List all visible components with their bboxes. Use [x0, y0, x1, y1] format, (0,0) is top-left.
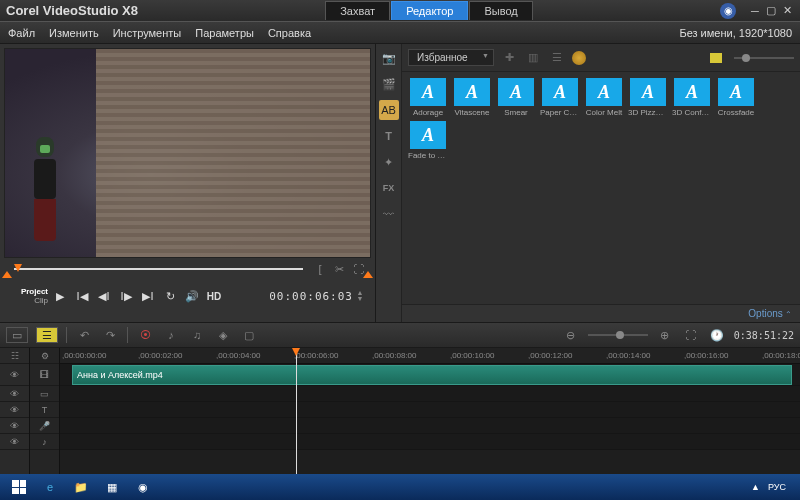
trim-end-handle-icon[interactable]: [363, 271, 373, 278]
music-track[interactable]: [60, 434, 800, 450]
transition-item[interactable]: A3D Pizza Bo...: [628, 78, 668, 117]
tab-output[interactable]: Вывод: [469, 1, 532, 20]
import-icon[interactable]: ▥: [524, 51, 542, 65]
options-toggle[interactable]: Options: [402, 304, 800, 322]
start-button[interactable]: [4, 475, 34, 499]
track-music-toggle[interactable]: 👁: [0, 434, 29, 450]
store-icon[interactable]: [572, 51, 586, 65]
transition-item[interactable]: AColor Melt: [584, 78, 624, 117]
storyboard-view-icon[interactable]: ▭: [6, 327, 28, 343]
ie-icon[interactable]: e: [35, 475, 65, 499]
mark-in-icon[interactable]: [: [313, 262, 327, 276]
menu-tools[interactable]: Инструменты: [113, 27, 182, 39]
hd-toggle[interactable]: HD: [204, 287, 224, 305]
video-track[interactable]: Анна и Алексей.mp4: [60, 364, 800, 386]
fit-project-icon[interactable]: ⛶: [682, 327, 700, 343]
transitions-icon[interactable]: AB: [379, 100, 399, 120]
transitions-grid: AAdorage AVitascene ASmear APaper Collag…: [402, 72, 800, 166]
next-frame-button[interactable]: I▶: [116, 287, 136, 305]
track-title-toggle[interactable]: 👁: [0, 402, 29, 418]
music-track-icon[interactable]: ♪: [30, 434, 59, 450]
transition-item[interactable]: A3D Confetti: [672, 78, 712, 117]
mode-clip-label[interactable]: Clip: [10, 296, 48, 305]
tab-capture[interactable]: Захват: [325, 1, 390, 20]
track-video-toggle[interactable]: 👁: [0, 364, 29, 386]
menu-file[interactable]: Файл: [8, 27, 35, 39]
timecode-stepper-icon[interactable]: ▲▼: [355, 290, 365, 302]
category-dropdown[interactable]: Избранное: [408, 49, 494, 66]
scrub-bar[interactable]: [ ✂ ⛶: [2, 260, 373, 278]
undo-icon[interactable]: ↶: [75, 327, 93, 343]
zoom-slider[interactable]: [588, 334, 648, 336]
transition-item[interactable]: ACrossfade: [716, 78, 756, 117]
mode-project-label[interactable]: Project: [10, 287, 48, 296]
explorer-icon[interactable]: 📁: [66, 475, 96, 499]
go-start-button[interactable]: I◀: [72, 287, 92, 305]
transition-item[interactable]: APaper Collage: [540, 78, 580, 117]
volume-icon[interactable]: 🔊: [182, 287, 202, 305]
media-library-icon[interactable]: 📷: [379, 48, 399, 68]
voice-track[interactable]: [60, 418, 800, 434]
add-folder-icon[interactable]: ✚: [500, 51, 518, 65]
zoom-out-icon[interactable]: ⊖: [562, 327, 580, 343]
camera-icon[interactable]: ◉: [128, 475, 158, 499]
timeline-tracks[interactable]: ,00:00:00:00 ,00:00:02:00 ,00:00:04:00 ,…: [60, 348, 800, 474]
track-header-toggles: ☷ 👁 👁 👁 👁 👁: [0, 348, 30, 474]
transition-item[interactable]: AVitascene: [452, 78, 492, 117]
overlay-track-icon[interactable]: ▭: [30, 386, 59, 402]
library-topbar: Избранное ✚ ▥ ☰: [402, 44, 800, 72]
maximize-icon[interactable]: ▢: [764, 5, 778, 17]
playhead-handle-icon[interactable]: [14, 264, 22, 272]
motion-track-icon[interactable]: ◈: [214, 327, 232, 343]
video-clip[interactable]: Анна и Алексей.mp4: [72, 365, 792, 385]
play-button[interactable]: ▶: [50, 287, 70, 305]
title-icon[interactable]: T: [379, 126, 399, 146]
loop-button[interactable]: ↻: [160, 287, 180, 305]
instant-project-icon[interactable]: 🎬: [379, 74, 399, 94]
tray-action-icon[interactable]: ▲: [751, 482, 760, 492]
record-icon[interactable]: ⦿: [136, 327, 154, 343]
menu-options[interactable]: Параметры: [195, 27, 254, 39]
title-track-icon[interactable]: T: [30, 402, 59, 418]
audio-mixer-icon[interactable]: ♪: [162, 327, 180, 343]
transition-item[interactable]: AAdorage: [408, 78, 448, 117]
timecode-display[interactable]: 00:00:06:03: [269, 290, 353, 303]
overlay-track[interactable]: [60, 386, 800, 402]
timeline: ☷ 👁 👁 👁 👁 👁 ⚙ 🎞 ▭ T 🎤 ♪ ,00:00:00:00 ,00…: [0, 348, 800, 474]
track-all-icon[interactable]: ☷: [0, 348, 29, 364]
timeline-settings-icon[interactable]: ⚙: [30, 348, 59, 364]
redo-icon[interactable]: ↷: [101, 327, 119, 343]
app1-icon[interactable]: ▦: [97, 475, 127, 499]
time-ruler[interactable]: ,00:00:00:00 ,00:00:02:00 ,00:00:04:00 ,…: [60, 348, 800, 364]
video-track-icon[interactable]: 🎞: [30, 364, 59, 386]
corel-button-icon[interactable]: ◉: [720, 3, 736, 19]
timeline-playhead-icon[interactable]: [296, 348, 297, 474]
transition-item[interactable]: ASmear: [496, 78, 536, 117]
filter-fx-icon[interactable]: FX: [379, 178, 399, 198]
menu-help[interactable]: Справка: [268, 27, 311, 39]
transition-item[interactable]: AFade to black: [408, 121, 448, 160]
trim-start-handle-icon[interactable]: [2, 271, 12, 278]
tab-editor[interactable]: Редактор: [391, 1, 468, 20]
view-thumbs-icon[interactable]: [710, 53, 722, 63]
thumb-size-slider[interactable]: [734, 57, 794, 59]
minimize-icon[interactable]: ─: [748, 5, 762, 17]
auto-music-icon[interactable]: ♫: [188, 327, 206, 343]
cut-icon[interactable]: ✂: [332, 262, 346, 276]
track-overlay-toggle[interactable]: 👁: [0, 386, 29, 402]
sort-icon[interactable]: ☰: [548, 51, 566, 65]
go-end-button[interactable]: ▶I: [138, 287, 158, 305]
menu-edit[interactable]: Изменить: [49, 27, 99, 39]
path-icon[interactable]: 〰: [379, 204, 399, 224]
track-voice-toggle[interactable]: 👁: [0, 418, 29, 434]
zoom-in-icon[interactable]: ⊕: [656, 327, 674, 343]
close-icon[interactable]: ✕: [780, 5, 794, 17]
title-track[interactable]: [60, 402, 800, 418]
language-indicator[interactable]: РУС: [768, 482, 786, 492]
preview-viewport[interactable]: [4, 48, 371, 258]
timeline-view-icon[interactable]: ☰: [36, 327, 58, 343]
prev-frame-button[interactable]: ◀I: [94, 287, 114, 305]
subtitle-icon[interactable]: ▢: [240, 327, 258, 343]
voice-track-icon[interactable]: 🎤: [30, 418, 59, 434]
graphic-icon[interactable]: ✦: [379, 152, 399, 172]
